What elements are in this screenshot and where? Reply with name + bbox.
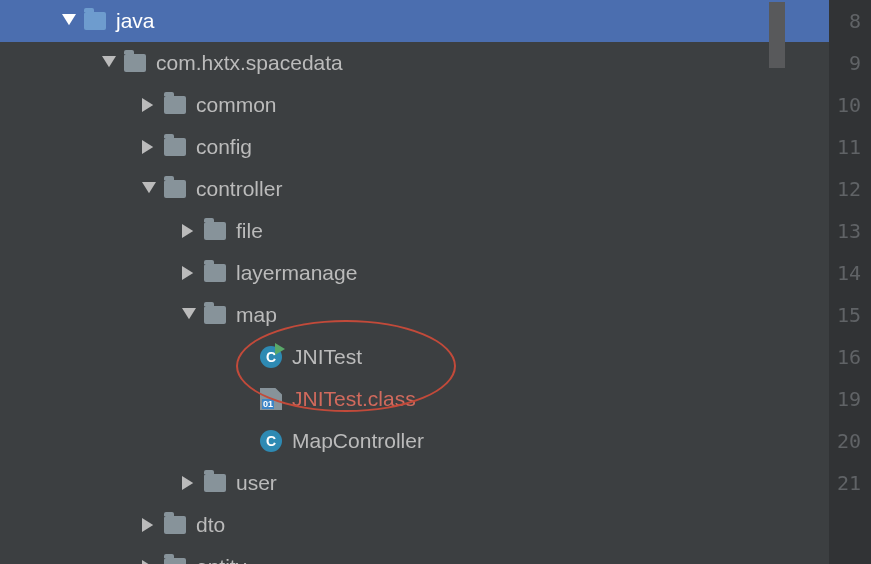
svg-marker-1 (102, 56, 116, 67)
tree-label: entity (196, 555, 246, 564)
collapse-arrow-icon[interactable] (180, 474, 198, 492)
collapse-arrow-icon[interactable] (180, 264, 198, 282)
tree-node-user[interactable]: user (0, 462, 829, 504)
line-number: 14 (829, 252, 861, 294)
svg-marker-2 (142, 98, 153, 112)
folder-icon (164, 138, 186, 156)
folder-icon (164, 516, 186, 534)
tree-node-mapcontroller[interactable]: C MapController (0, 420, 829, 462)
svg-marker-8 (182, 476, 193, 490)
expand-arrow-icon[interactable] (100, 54, 118, 72)
svg-marker-10 (142, 560, 153, 564)
collapse-arrow-icon[interactable] (140, 558, 158, 564)
folder-icon (204, 264, 226, 282)
collapse-arrow-icon[interactable] (140, 96, 158, 114)
tree-label: JNITest (292, 345, 362, 369)
tree-node-map[interactable]: map (0, 294, 829, 336)
tree-label: java (116, 9, 155, 33)
line-number: 11 (829, 126, 861, 168)
line-number: 16 (829, 336, 861, 378)
tree-label: file (236, 219, 263, 243)
tree-label: config (196, 135, 252, 159)
folder-icon (124, 54, 146, 72)
expand-arrow-icon[interactable] (180, 306, 198, 324)
collapse-arrow-icon[interactable] (140, 516, 158, 534)
folder-icon (84, 12, 106, 30)
tree-node-file[interactable]: file (0, 210, 829, 252)
line-number: 10 (829, 84, 861, 126)
tree-label: controller (196, 177, 282, 201)
folder-icon (164, 96, 186, 114)
folder-icon (204, 222, 226, 240)
folder-icon (204, 474, 226, 492)
line-number: 15 (829, 294, 861, 336)
line-number: 19 (829, 378, 861, 420)
tree-node-dto[interactable]: dto (0, 504, 829, 546)
tree-label: user (236, 471, 277, 495)
tree-node-common[interactable]: common (0, 84, 829, 126)
project-tree[interactable]: java com.hxtx.spacedata common config co… (0, 0, 829, 564)
line-number: 12 (829, 168, 861, 210)
collapse-arrow-icon[interactable] (140, 138, 158, 156)
svg-marker-7 (182, 308, 196, 319)
svg-marker-5 (182, 224, 193, 238)
folder-icon (164, 180, 186, 198)
tree-node-entity[interactable]: entity (0, 546, 829, 564)
svg-marker-3 (142, 140, 153, 154)
tree-label: map (236, 303, 277, 327)
tree-node-jnitest[interactable]: C JNITest (0, 336, 829, 378)
collapse-arrow-icon[interactable] (180, 222, 198, 240)
tree-node-config[interactable]: config (0, 126, 829, 168)
folder-icon (164, 558, 186, 564)
svg-marker-9 (142, 518, 153, 532)
run-mark-icon (275, 343, 285, 355)
svg-marker-6 (182, 266, 193, 280)
tree-label: com.hxtx.spacedata (156, 51, 343, 75)
line-number: 13 (829, 210, 861, 252)
line-number: 21 (829, 462, 861, 504)
tree-label: layermanage (236, 261, 357, 285)
line-number: 20 (829, 420, 861, 462)
class-runnable-icon: C (260, 346, 282, 368)
tree-label: MapController (292, 429, 424, 453)
tree-node-jnitest-class[interactable]: 01 JNITest.class (0, 378, 829, 420)
class-icon: C (260, 430, 282, 452)
tree-node-controller[interactable]: controller (0, 168, 829, 210)
line-number: 8 (829, 0, 861, 42)
tree-label: common (196, 93, 277, 117)
tree-node-layermanage[interactable]: layermanage (0, 252, 829, 294)
scrollbar-thumb[interactable] (769, 2, 785, 68)
tree-label: JNITest.class (292, 387, 416, 411)
binary-file-icon: 01 (260, 388, 282, 410)
tree-label: dto (196, 513, 225, 537)
tree-node-java[interactable]: java (0, 0, 829, 42)
tree-node-package[interactable]: com.hxtx.spacedata (0, 42, 829, 84)
folder-icon (204, 306, 226, 324)
svg-marker-0 (62, 14, 76, 25)
line-number: 9 (829, 42, 861, 84)
expand-arrow-icon[interactable] (60, 12, 78, 30)
svg-marker-4 (142, 182, 156, 193)
line-gutter: 8 9 10 11 12 13 14 15 16 19 20 21 (829, 0, 871, 564)
expand-arrow-icon[interactable] (140, 180, 158, 198)
